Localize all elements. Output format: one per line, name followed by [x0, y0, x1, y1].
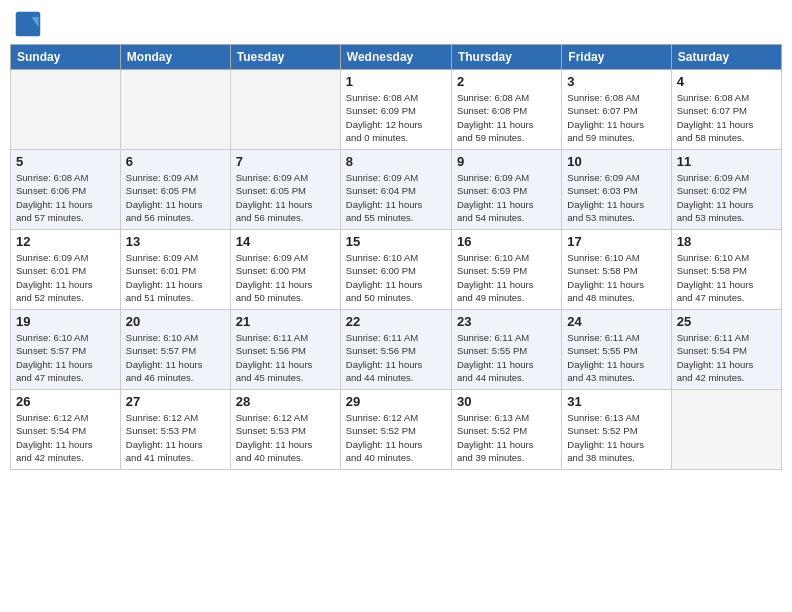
calendar-day-cell: 5Sunrise: 6:08 AM Sunset: 6:06 PM Daylig… [11, 150, 121, 230]
day-number: 17 [567, 234, 665, 249]
calendar-day-cell [120, 70, 230, 150]
day-number: 18 [677, 234, 776, 249]
day-info: Sunrise: 6:10 AM Sunset: 5:59 PM Dayligh… [457, 251, 556, 304]
calendar-day-cell: 2Sunrise: 6:08 AM Sunset: 6:08 PM Daylig… [451, 70, 561, 150]
calendar-day-cell: 4Sunrise: 6:08 AM Sunset: 6:07 PM Daylig… [671, 70, 781, 150]
day-info: Sunrise: 6:12 AM Sunset: 5:54 PM Dayligh… [16, 411, 115, 464]
calendar-header-row: SundayMondayTuesdayWednesdayThursdayFrid… [11, 45, 782, 70]
day-info: Sunrise: 6:13 AM Sunset: 5:52 PM Dayligh… [457, 411, 556, 464]
calendar-week-row: 12Sunrise: 6:09 AM Sunset: 6:01 PM Dayli… [11, 230, 782, 310]
day-info: Sunrise: 6:08 AM Sunset: 6:09 PM Dayligh… [346, 91, 446, 144]
day-info: Sunrise: 6:08 AM Sunset: 6:06 PM Dayligh… [16, 171, 115, 224]
day-number: 12 [16, 234, 115, 249]
weekday-header: Monday [120, 45, 230, 70]
calendar-day-cell: 22Sunrise: 6:11 AM Sunset: 5:56 PM Dayli… [340, 310, 451, 390]
day-number: 24 [567, 314, 665, 329]
day-number: 20 [126, 314, 225, 329]
weekday-header: Wednesday [340, 45, 451, 70]
calendar-week-row: 19Sunrise: 6:10 AM Sunset: 5:57 PM Dayli… [11, 310, 782, 390]
day-number: 25 [677, 314, 776, 329]
day-number: 1 [346, 74, 446, 89]
day-info: Sunrise: 6:09 AM Sunset: 6:00 PM Dayligh… [236, 251, 335, 304]
day-number: 16 [457, 234, 556, 249]
weekday-header: Friday [562, 45, 671, 70]
calendar-day-cell [671, 390, 781, 470]
day-number: 28 [236, 394, 335, 409]
day-number: 14 [236, 234, 335, 249]
day-info: Sunrise: 6:09 AM Sunset: 6:04 PM Dayligh… [346, 171, 446, 224]
calendar-table: SundayMondayTuesdayWednesdayThursdayFrid… [10, 44, 782, 470]
day-info: Sunrise: 6:08 AM Sunset: 6:07 PM Dayligh… [677, 91, 776, 144]
day-number: 7 [236, 154, 335, 169]
calendar-day-cell: 17Sunrise: 6:10 AM Sunset: 5:58 PM Dayli… [562, 230, 671, 310]
day-info: Sunrise: 6:11 AM Sunset: 5:56 PM Dayligh… [346, 331, 446, 384]
calendar-day-cell: 31Sunrise: 6:13 AM Sunset: 5:52 PM Dayli… [562, 390, 671, 470]
day-number: 26 [16, 394, 115, 409]
calendar-day-cell: 25Sunrise: 6:11 AM Sunset: 5:54 PM Dayli… [671, 310, 781, 390]
day-number: 2 [457, 74, 556, 89]
day-info: Sunrise: 6:12 AM Sunset: 5:52 PM Dayligh… [346, 411, 446, 464]
calendar-day-cell: 3Sunrise: 6:08 AM Sunset: 6:07 PM Daylig… [562, 70, 671, 150]
logo [14, 10, 46, 38]
day-number: 21 [236, 314, 335, 329]
calendar-day-cell: 6Sunrise: 6:09 AM Sunset: 6:05 PM Daylig… [120, 150, 230, 230]
day-number: 10 [567, 154, 665, 169]
day-number: 5 [16, 154, 115, 169]
day-info: Sunrise: 6:10 AM Sunset: 5:58 PM Dayligh… [567, 251, 665, 304]
day-info: Sunrise: 6:09 AM Sunset: 6:03 PM Dayligh… [457, 171, 556, 224]
calendar-day-cell [230, 70, 340, 150]
day-info: Sunrise: 6:09 AM Sunset: 6:01 PM Dayligh… [16, 251, 115, 304]
day-number: 3 [567, 74, 665, 89]
page-header [10, 10, 782, 38]
calendar-day-cell: 1Sunrise: 6:08 AM Sunset: 6:09 PM Daylig… [340, 70, 451, 150]
calendar-week-row: 26Sunrise: 6:12 AM Sunset: 5:54 PM Dayli… [11, 390, 782, 470]
day-number: 22 [346, 314, 446, 329]
day-number: 11 [677, 154, 776, 169]
calendar-week-row: 1Sunrise: 6:08 AM Sunset: 6:09 PM Daylig… [11, 70, 782, 150]
day-number: 23 [457, 314, 556, 329]
day-info: Sunrise: 6:09 AM Sunset: 6:01 PM Dayligh… [126, 251, 225, 304]
calendar-day-cell: 30Sunrise: 6:13 AM Sunset: 5:52 PM Dayli… [451, 390, 561, 470]
calendar-day-cell: 20Sunrise: 6:10 AM Sunset: 5:57 PM Dayli… [120, 310, 230, 390]
day-number: 30 [457, 394, 556, 409]
day-info: Sunrise: 6:12 AM Sunset: 5:53 PM Dayligh… [126, 411, 225, 464]
weekday-header: Thursday [451, 45, 561, 70]
calendar-day-cell: 11Sunrise: 6:09 AM Sunset: 6:02 PM Dayli… [671, 150, 781, 230]
day-info: Sunrise: 6:09 AM Sunset: 6:03 PM Dayligh… [567, 171, 665, 224]
day-info: Sunrise: 6:09 AM Sunset: 6:02 PM Dayligh… [677, 171, 776, 224]
day-info: Sunrise: 6:10 AM Sunset: 5:57 PM Dayligh… [126, 331, 225, 384]
day-info: Sunrise: 6:10 AM Sunset: 5:57 PM Dayligh… [16, 331, 115, 384]
calendar-day-cell: 13Sunrise: 6:09 AM Sunset: 6:01 PM Dayli… [120, 230, 230, 310]
calendar-day-cell: 19Sunrise: 6:10 AM Sunset: 5:57 PM Dayli… [11, 310, 121, 390]
day-number: 29 [346, 394, 446, 409]
day-info: Sunrise: 6:10 AM Sunset: 6:00 PM Dayligh… [346, 251, 446, 304]
calendar-day-cell: 27Sunrise: 6:12 AM Sunset: 5:53 PM Dayli… [120, 390, 230, 470]
weekday-header: Tuesday [230, 45, 340, 70]
day-number: 6 [126, 154, 225, 169]
calendar-day-cell: 26Sunrise: 6:12 AM Sunset: 5:54 PM Dayli… [11, 390, 121, 470]
day-number: 19 [16, 314, 115, 329]
day-number: 4 [677, 74, 776, 89]
day-info: Sunrise: 6:12 AM Sunset: 5:53 PM Dayligh… [236, 411, 335, 464]
day-number: 31 [567, 394, 665, 409]
calendar-day-cell: 8Sunrise: 6:09 AM Sunset: 6:04 PM Daylig… [340, 150, 451, 230]
calendar-week-row: 5Sunrise: 6:08 AM Sunset: 6:06 PM Daylig… [11, 150, 782, 230]
day-number: 9 [457, 154, 556, 169]
calendar-day-cell [11, 70, 121, 150]
weekday-header: Saturday [671, 45, 781, 70]
calendar-day-cell: 24Sunrise: 6:11 AM Sunset: 5:55 PM Dayli… [562, 310, 671, 390]
logo-icon [14, 10, 42, 38]
day-info: Sunrise: 6:13 AM Sunset: 5:52 PM Dayligh… [567, 411, 665, 464]
calendar-day-cell: 9Sunrise: 6:09 AM Sunset: 6:03 PM Daylig… [451, 150, 561, 230]
calendar-day-cell: 15Sunrise: 6:10 AM Sunset: 6:00 PM Dayli… [340, 230, 451, 310]
day-number: 15 [346, 234, 446, 249]
day-info: Sunrise: 6:09 AM Sunset: 6:05 PM Dayligh… [126, 171, 225, 224]
calendar-day-cell: 10Sunrise: 6:09 AM Sunset: 6:03 PM Dayli… [562, 150, 671, 230]
day-info: Sunrise: 6:09 AM Sunset: 6:05 PM Dayligh… [236, 171, 335, 224]
day-info: Sunrise: 6:10 AM Sunset: 5:58 PM Dayligh… [677, 251, 776, 304]
day-info: Sunrise: 6:11 AM Sunset: 5:55 PM Dayligh… [567, 331, 665, 384]
calendar-day-cell: 14Sunrise: 6:09 AM Sunset: 6:00 PM Dayli… [230, 230, 340, 310]
day-info: Sunrise: 6:08 AM Sunset: 6:07 PM Dayligh… [567, 91, 665, 144]
day-info: Sunrise: 6:11 AM Sunset: 5:56 PM Dayligh… [236, 331, 335, 384]
day-number: 8 [346, 154, 446, 169]
